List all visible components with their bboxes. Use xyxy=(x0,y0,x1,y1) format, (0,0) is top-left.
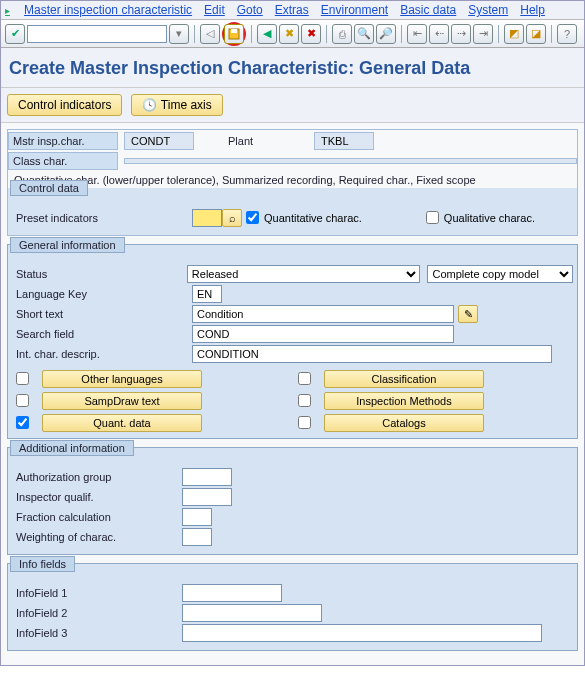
menu-edit[interactable]: Edit xyxy=(204,3,225,17)
intdesc-label: Int. char. descrip. xyxy=(12,346,122,362)
info3-label: InfoField 3 xyxy=(12,625,182,641)
control-data-group: Control data Preset indicators ⌕ Quantit… xyxy=(8,188,577,235)
print-icon[interactable]: ⎙ xyxy=(332,24,352,44)
menubar: ▸ Master inspection characteristic Edit … xyxy=(1,1,584,20)
quantdata-button[interactable]: Quant. data xyxy=(42,414,202,432)
short-label: Short text xyxy=(12,306,122,322)
info2-label: InfoField 2 xyxy=(12,605,182,621)
help-icon[interactable]: ? xyxy=(557,24,577,44)
info-fields-title: Info fields xyxy=(10,556,75,572)
info2-input[interactable] xyxy=(182,604,322,622)
info3-input[interactable] xyxy=(182,624,542,642)
mic-value: CONDT xyxy=(124,132,194,150)
auth-input[interactable] xyxy=(182,468,232,486)
shortcut-icon[interactable]: ◪ xyxy=(526,24,546,44)
button-bar: Control indicators 🕓 Time axis xyxy=(1,88,584,123)
prev-icon[interactable]: ⇠ xyxy=(429,24,449,44)
class-label: Class char. xyxy=(8,152,118,170)
mic-label: Mstr insp.char. xyxy=(8,132,118,150)
preset-input[interactable] xyxy=(192,209,222,227)
menu-basic[interactable]: Basic data xyxy=(400,3,456,17)
cancel-icon[interactable]: ✖ xyxy=(301,24,321,44)
lang-input[interactable] xyxy=(192,285,222,303)
clock-icon: 🕓 xyxy=(142,98,157,112)
weight-label: Weighting of charac. xyxy=(12,529,182,545)
general-info-group: General information Status Released Comp… xyxy=(7,244,578,439)
menu-help[interactable]: Help xyxy=(520,3,545,17)
menu-extras[interactable]: Extras xyxy=(275,3,309,17)
general-info-title: General information xyxy=(10,237,125,253)
menu-goto[interactable]: Goto xyxy=(237,3,263,17)
last-icon[interactable]: ⇥ xyxy=(473,24,493,44)
inspq-label: Inspector qualif. xyxy=(12,489,182,505)
preset-label: Preset indicators xyxy=(12,210,122,226)
find-icon[interactable]: 🔍 xyxy=(354,24,374,44)
preset-search-icon[interactable]: ⌕ xyxy=(222,209,242,227)
copymodel-select[interactable]: Complete copy model xyxy=(427,265,573,283)
char-hint: Quantitative char. (lower/upper toleranc… xyxy=(8,172,577,188)
frac-input[interactable] xyxy=(182,508,212,526)
auth-label: Authorization group xyxy=(12,469,182,485)
classification-checkbox[interactable] xyxy=(298,372,311,385)
svg-rect-1 xyxy=(231,29,237,33)
search-label: Search field xyxy=(12,326,122,342)
classification-button[interactable]: Classification xyxy=(324,370,484,388)
weight-input[interactable] xyxy=(182,528,212,546)
qual-checkbox[interactable] xyxy=(426,211,439,224)
class-value xyxy=(124,158,577,164)
doc-icon: ▸ xyxy=(5,5,10,16)
inspmethods-checkbox[interactable] xyxy=(298,394,311,407)
time-axis-button[interactable]: 🕓 Time axis xyxy=(131,94,223,116)
control-indicators-button[interactable]: Control indicators xyxy=(7,94,122,116)
status-select[interactable]: Released xyxy=(187,265,420,283)
quant-label: Quantitative charac. xyxy=(264,212,362,224)
additional-info-group: Additional information Authorization gro… xyxy=(7,447,578,555)
short-input[interactable] xyxy=(192,305,454,323)
inspq-input[interactable] xyxy=(182,488,232,506)
otherlang-button[interactable]: Other languages xyxy=(42,370,202,388)
back-icon[interactable]: ◁ xyxy=(200,24,220,44)
quantdata-checkbox[interactable] xyxy=(16,416,29,429)
first-icon[interactable]: ⇤ xyxy=(407,24,427,44)
search-input[interactable] xyxy=(192,325,454,343)
time-axis-label: Time axis xyxy=(161,98,212,112)
findnext-icon[interactable]: 🔎 xyxy=(376,24,396,44)
dropdown-icon[interactable]: ▾ xyxy=(169,24,189,44)
menu-system[interactable]: System xyxy=(468,3,508,17)
exit-icon[interactable]: ✖ xyxy=(279,24,299,44)
plant-value: TKBL xyxy=(314,132,374,150)
save-icon[interactable] xyxy=(224,24,244,44)
ok-icon[interactable]: ✔ xyxy=(5,24,25,44)
back-green-icon[interactable]: ◀ xyxy=(257,24,277,44)
control-data-title: Control data xyxy=(10,180,88,196)
sampdraw-checkbox[interactable] xyxy=(16,394,29,407)
intdesc-input[interactable] xyxy=(192,345,552,363)
sampdraw-button[interactable]: SampDraw text xyxy=(42,392,202,410)
menu-mic[interactable]: Master inspection characteristic xyxy=(24,3,192,17)
inspmethods-button[interactable]: Inspection Methods xyxy=(324,392,484,410)
catalogs-checkbox[interactable] xyxy=(298,416,311,429)
quant-checkbox[interactable] xyxy=(246,211,259,224)
plant-label: Plant xyxy=(224,133,264,149)
save-highlight xyxy=(222,22,246,46)
menu-env[interactable]: Environment xyxy=(321,3,388,17)
page-title: Create Master Inspection Characteristic:… xyxy=(1,48,584,88)
otherlang-checkbox[interactable] xyxy=(16,372,29,385)
toolbar: ✔ ▾ ◁ ◀ ✖ ✖ ⎙ 🔍 🔎 ⇤ ⇠ ⇢ ⇥ ◩ ◪ ? xyxy=(1,20,584,48)
longtext-icon[interactable]: ✎ xyxy=(458,305,478,323)
catalogs-button[interactable]: Catalogs xyxy=(324,414,484,432)
status-label: Status xyxy=(12,266,119,282)
next-icon[interactable]: ⇢ xyxy=(451,24,471,44)
command-field[interactable] xyxy=(27,25,167,43)
frac-label: Fraction calculation xyxy=(12,509,182,525)
newwin-icon[interactable]: ◩ xyxy=(504,24,524,44)
additional-info-title: Additional information xyxy=(10,440,134,456)
lang-label: Language Key xyxy=(12,286,122,302)
qual-label: Qualitative charac. xyxy=(444,212,535,224)
info-fields-group: Info fields InfoField 1 InfoField 2 Info… xyxy=(7,563,578,651)
info1-label: InfoField 1 xyxy=(12,585,182,601)
info1-input[interactable] xyxy=(182,584,282,602)
